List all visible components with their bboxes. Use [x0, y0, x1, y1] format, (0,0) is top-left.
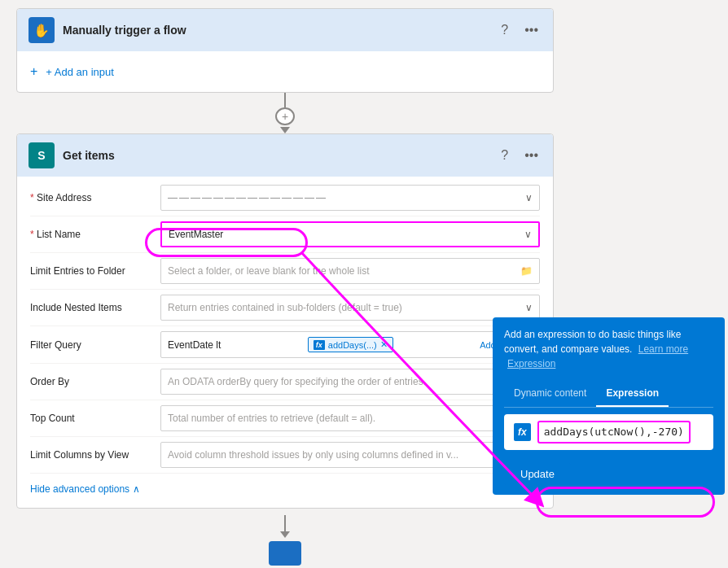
- limit-entries-row: Limit Entries to Folder Select a folder,…: [30, 253, 540, 290]
- trigger-card: ✋ Manually trigger a flow ? ••• + + Add …: [16, 8, 554, 93]
- tooltip-link[interactable]: Learn more: [638, 343, 688, 355]
- site-address-label: Site Address: [30, 192, 160, 203]
- flow-wrapper: ✋ Manually trigger a flow ? ••• + + Add …: [0, 0, 570, 568]
- site-address-value: ——————————————: [168, 192, 327, 203]
- filter-query-row: Filter Query EventDate lt fx addDays(...…: [30, 326, 540, 364]
- top-count-row: Top Count Total number of entries to ret…: [30, 400, 540, 437]
- get-items-body: Site Address —————————————— ∨ List Name …: [17, 177, 553, 508]
- top-count-control[interactable]: Total number of entries to retrieve (def…: [160, 405, 540, 431]
- fx-icon: fx: [314, 340, 325, 350]
- add-input-button[interactable]: + + Add an input: [30, 61, 114, 82]
- next-step-card: [269, 541, 301, 566]
- trigger-help-button[interactable]: ?: [498, 21, 511, 39]
- get-items-more-button[interactable]: •••: [521, 146, 542, 164]
- limit-entries-placeholder: Select a folder, or leave blank for the …: [168, 265, 369, 277]
- hide-advanced-chevron: ∧: [133, 483, 140, 495]
- connector-arrow: [280, 127, 290, 133]
- limit-columns-row: Limit Columns by View Avoid column thres…: [30, 437, 540, 474]
- include-nested-dropdown-icon: ∨: [525, 302, 533, 313]
- get-items-title: Get items: [63, 149, 115, 162]
- order-by-label: Order By: [30, 376, 160, 387]
- filter-query-control[interactable]: EventDate lt fx addDays(...) ✕ Add dynam…: [160, 331, 540, 358]
- filter-token-label: addDays(...): [328, 340, 377, 350]
- trigger-card-body: + + Add an input: [17, 51, 553, 92]
- top-count-label: Top Count: [30, 413, 160, 424]
- list-name-dropdown-icon: ∨: [524, 229, 532, 240]
- list-name-row: List Name EventMaster ∨: [30, 216, 540, 253]
- folder-icon: 📁: [520, 265, 533, 277]
- canvas: ✋ Manually trigger a flow ? ••• + + Add …: [0, 0, 728, 568]
- filter-token: fx addDays(...) ✕: [308, 337, 393, 352]
- bottom-line: [284, 515, 286, 531]
- tooltip-tabs: Dynamic content Expression: [504, 381, 713, 408]
- step-connector: +: [275, 93, 295, 133]
- dynamic-content-tab[interactable]: Dynamic content: [504, 381, 596, 407]
- top-count-placeholder: Total number of entries to retrieve (def…: [168, 413, 375, 424]
- list-name-label: List Name: [30, 229, 160, 240]
- trigger-header-right: ? •••: [498, 21, 542, 39]
- include-nested-control[interactable]: Return entries contained in sub-folders …: [160, 295, 540, 321]
- trigger-more-button[interactable]: •••: [521, 21, 542, 39]
- expression-tooltip: Add an expression to do basic things lik…: [493, 317, 725, 495]
- get-items-card: S Get items ? ••• Site Address —————————…: [16, 133, 554, 509]
- add-input-plus: +: [30, 64, 37, 79]
- get-items-header-right: ? •••: [498, 146, 542, 164]
- order-by-row: Order By An ODATA orderBy query for spec…: [30, 364, 540, 400]
- limit-columns-label: Limit Columns by View: [30, 449, 160, 461]
- expression-input-box[interactable]: fx addDays(utcNow(),-270): [504, 414, 713, 450]
- add-input-label: + Add an input: [46, 66, 114, 78]
- sharepoint-icon: S: [29, 142, 55, 168]
- add-step-button[interactable]: +: [275, 107, 295, 125]
- tooltip-dynamic-link[interactable]: Expression: [507, 358, 555, 369]
- order-by-placeholder: An ODATA orderBy query for specifying th…: [168, 376, 426, 387]
- site-address-control[interactable]: —————————————— ∨: [160, 185, 540, 211]
- site-address-row: Site Address —————————————— ∨: [30, 180, 540, 216]
- get-items-header: S Get items ? •••: [17, 134, 553, 177]
- bottom-arrowhead: [280, 531, 290, 538]
- order-by-control[interactable]: An ODATA orderBy query for specifying th…: [160, 369, 540, 395]
- include-nested-placeholder: Return entries contained in sub-folders …: [168, 302, 402, 313]
- hide-advanced-label: Hide advanced options: [30, 483, 129, 495]
- get-items-header-left: S Get items: [29, 142, 115, 168]
- include-nested-row: Include Nested Items Return entries cont…: [30, 290, 540, 326]
- connector-line-top: [284, 93, 286, 107]
- list-name-control[interactable]: EventMaster ∨: [160, 221, 540, 247]
- hide-advanced-button[interactable]: Hide advanced options ∧: [30, 477, 540, 501]
- site-address-dropdown-icon: ∨: [525, 192, 533, 203]
- update-button-container: Update: [504, 457, 713, 485]
- fx-expression-icon: fx: [514, 423, 531, 441]
- trigger-card-header: ✋ Manually trigger a flow ? •••: [17, 9, 553, 51]
- limit-columns-control[interactable]: Avoid column threshold issues by only us…: [160, 442, 540, 468]
- tooltip-description: Add an expression to do basic things lik…: [504, 327, 713, 371]
- trigger-title: Manually trigger a flow: [63, 24, 186, 37]
- expression-tab[interactable]: Expression: [596, 381, 669, 407]
- filter-prefix: EventDate lt: [168, 339, 221, 351]
- list-name-value: EventMaster: [169, 229, 223, 240]
- expression-value[interactable]: addDays(utcNow(),-270): [537, 421, 691, 443]
- get-items-help-button[interactable]: ?: [498, 146, 511, 164]
- filter-query-label: Filter Query: [30, 339, 160, 351]
- trigger-icon: ✋: [29, 17, 55, 43]
- limit-entries-control[interactable]: Select a folder, or leave blank for the …: [160, 258, 540, 284]
- filter-token-close[interactable]: ✕: [380, 339, 388, 350]
- trigger-header-left: ✋ Manually trigger a flow: [29, 17, 186, 43]
- include-nested-label: Include Nested Items: [30, 302, 160, 313]
- bottom-connector: [269, 515, 301, 566]
- limit-entries-label: Limit Entries to Folder: [30, 265, 160, 277]
- update-button[interactable]: Update: [504, 463, 571, 485]
- limit-columns-placeholder: Avoid column threshold issues by only us…: [168, 449, 458, 461]
